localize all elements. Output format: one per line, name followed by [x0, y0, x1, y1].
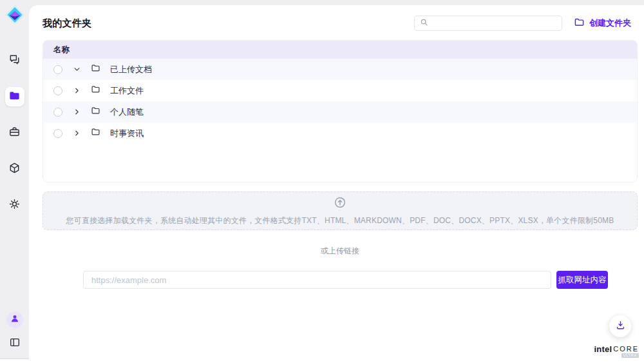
upload-hint: 您可直接选择加载文件夹，系统自动处理其中的文件，文件格式支持TXT、HTML、M… [66, 215, 614, 226]
chevron-icon[interactable] [72, 129, 81, 138]
chevron-icon[interactable] [72, 108, 81, 117]
create-folder-button[interactable]: 创建文件夹 [574, 17, 631, 30]
user-avatar-icon [10, 313, 20, 326]
or-upload-link-label: 或上传链接 [43, 246, 638, 257]
table-header-name: 名称 [43, 41, 637, 59]
table-row[interactable]: 个人随笔 [43, 101, 637, 123]
sidebar-item-chat[interactable] [5, 51, 24, 70]
folder-icon [574, 17, 585, 30]
folder-icon [91, 63, 100, 75]
app-window: 我的文件夹 创建文件夹 [0, 0, 644, 363]
row-checkbox[interactable] [53, 65, 62, 74]
url-upload-row: 抓取网址内容 [83, 271, 608, 289]
chevron-icon[interactable] [72, 65, 81, 74]
brand-secondary: core [613, 345, 639, 353]
folder-name: 工作文件 [110, 85, 144, 97]
user-avatar[interactable] [6, 311, 23, 328]
settings-icon [8, 198, 21, 213]
folder-name: 个人随笔 [110, 106, 144, 118]
table-row[interactable]: 工作文件 [43, 80, 637, 101]
table-row[interactable]: 已上传文档 [43, 59, 637, 80]
folder-icon [8, 90, 21, 104]
upload-circle-icon [333, 195, 347, 212]
briefcase-icon [8, 126, 21, 141]
page-title: 我的文件夹 [43, 17, 92, 30]
sidebar-item-folders[interactable] [5, 87, 24, 106]
search-input[interactable] [432, 19, 556, 28]
search-icon [420, 17, 428, 29]
collapse-sidebar-icon [9, 337, 21, 351]
folder-table: 名称 已上传文档 [43, 40, 638, 182]
sidebar-item-settings[interactable] [5, 195, 24, 215]
chat-icon [8, 54, 21, 68]
main-panel: 我的文件夹 创建文件夹 [29, 5, 644, 359]
sidebar-nav [5, 51, 24, 215]
sidebar-item-workspace[interactable] [5, 123, 24, 142]
download-icon [615, 320, 626, 333]
table-row[interactable]: 时事资讯 [43, 123, 637, 144]
sidebar [0, 0, 29, 363]
sidebar-item-models[interactable] [5, 159, 24, 179]
brand-primary: intel [594, 344, 612, 354]
cube-icon [8, 162, 21, 177]
folder-icon [91, 106, 100, 118]
folder-icon [91, 84, 100, 97]
folder-name: 已上传文档 [110, 64, 152, 75]
download-fab-button[interactable] [609, 315, 631, 337]
create-folder-label: 创建文件夹 [589, 17, 631, 29]
fetch-url-button[interactable]: 抓取网址内容 [556, 271, 608, 289]
chevron-icon[interactable] [72, 86, 81, 95]
search-box[interactable] [414, 15, 562, 31]
app-logo-icon[interactable] [5, 5, 25, 25]
url-input[interactable] [83, 271, 551, 289]
page-header: 我的文件夹 创建文件夹 [43, 14, 638, 32]
row-checkbox[interactable] [53, 108, 62, 117]
upload-dropzone[interactable]: 您可直接选择加载文件夹，系统自动处理其中的文件，文件格式支持TXT、HTML、M… [43, 191, 638, 230]
intel-core-logo: intel core ULTRA [594, 344, 639, 354]
folder-name: 时事资讯 [110, 128, 144, 139]
sidebar-bottom [0, 311, 29, 351]
brand-badge: ULTRA [621, 353, 639, 358]
folder-icon [91, 127, 100, 139]
row-checkbox[interactable] [53, 129, 62, 138]
collapse-sidebar-button[interactable] [7, 336, 23, 351]
row-checkbox[interactable] [53, 86, 62, 95]
